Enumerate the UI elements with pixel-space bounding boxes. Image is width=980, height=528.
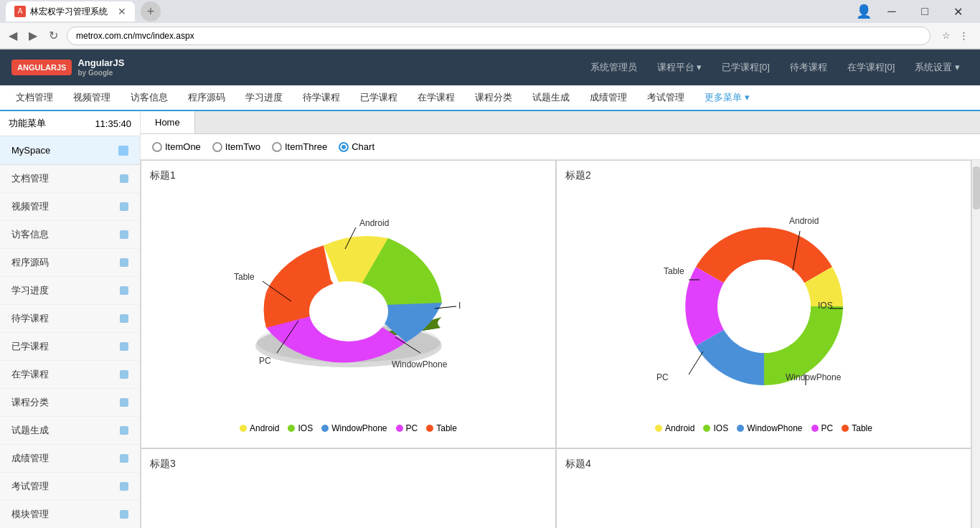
legend-label: PC [406, 423, 418, 433]
radio-item-three[interactable]: ItemThree [272, 141, 327, 152]
sidebar-item-exam-gen[interactable]: 试题生成 [0, 417, 140, 445]
nav-course-platform[interactable]: 课程平台 [649, 55, 711, 80]
close-btn[interactable]: ✕ [941, 0, 974, 23]
tab-close-btn[interactable]: ✕ [118, 6, 126, 17]
new-tab-btn[interactable]: + [141, 1, 161, 22]
address-bar[interactable] [67, 27, 930, 45]
sec-nav-more[interactable]: 更多菜单 ▾ [694, 85, 760, 110]
legend-label: Table [436, 423, 457, 433]
sidebar-item-visitor-info[interactable]: 访客信息 [0, 221, 140, 249]
menu-icon[interactable]: ⋮ [959, 30, 969, 41]
sidebar-item-indicator [120, 398, 128, 407]
sidebar-item-indicator [120, 202, 128, 211]
browser-tab[interactable]: A 林宏权学习管理系统 ✕ [6, 1, 135, 22]
sidebar-menu-label: 功能菜单 [9, 117, 46, 130]
nav-settings[interactable]: 系统设置 [906, 55, 969, 80]
legend-label: PC [821, 423, 834, 433]
nav-active-courses[interactable]: 在学课程[0] [839, 55, 903, 80]
sidebar-header: 功能菜单 11:35:40 [0, 111, 140, 136]
pc-label: PC [259, 356, 271, 366]
nav-system-admin[interactable]: 系统管理员 [582, 55, 646, 80]
radio-label-one: ItemOne [165, 141, 201, 152]
radio-item-one[interactable]: ItemOne [152, 141, 201, 152]
back-btn[interactable]: ◀ [6, 26, 20, 45]
radio-label-two: ItemTwo [225, 141, 260, 152]
sec-nav-source-code[interactable]: 程序源码 [178, 85, 235, 110]
sidebar-item-indicator [120, 510, 128, 519]
sidebar-menu: 文档管理 视频管理 访客信息 程序源码 学习进度 [0, 165, 140, 528]
chart-body-4 [565, 476, 962, 528]
reload-btn[interactable]: ↻ [46, 26, 61, 45]
sec-nav-studying[interactable]: 在学课程 [407, 85, 465, 110]
minimize-btn[interactable]: ─ [875, 0, 908, 23]
myspace-label: MySpace [11, 145, 50, 156]
legend-android-1: Android [240, 423, 279, 433]
android-label: Android [359, 218, 389, 228]
sec-nav-video-mgmt[interactable]: 视频管理 [63, 85, 121, 110]
radio-bar: ItemOne ItemTwo ItemThree Chart [141, 134, 980, 160]
scrollbar-thumb[interactable] [973, 166, 980, 209]
inner-hole [309, 281, 388, 341]
radio-item-chart[interactable]: Chart [339, 141, 374, 152]
home-tab[interactable]: Home [141, 111, 195, 133]
legend-dot [703, 425, 710, 432]
sidebar-item-course-category[interactable]: 课程分类 [0, 389, 140, 417]
sec-nav-pending-study[interactable]: 待学课程 [293, 85, 350, 110]
sec-nav-studied[interactable]: 已学课程 [350, 85, 407, 110]
sidebar-item-indicator [120, 370, 128, 379]
chart-legend-2: Android IOS WindowPhone [565, 418, 962, 439]
tab-title: 林宏权学习管理系统 [30, 6, 108, 18]
sidebar-item-indicator [120, 314, 128, 323]
sec-nav-visitor-info[interactable]: 访客信息 [121, 85, 178, 110]
legend-dot [737, 425, 744, 432]
sidebar-item-indicator [120, 426, 128, 435]
user-icon[interactable]: 👤 [852, 0, 875, 23]
vertical-scrollbar[interactable] [971, 160, 980, 528]
sidebar-item-doc-mgmt[interactable]: 文档管理 [0, 165, 140, 193]
wp-lbl2: WindowPhone [786, 372, 842, 382]
bookmark-icon[interactable]: ☆ [942, 30, 951, 41]
sidebar-item-exam-mgmt[interactable]: 考试管理 [0, 473, 140, 501]
top-nav-items: 系统管理员 课程平台 已学课程[0] 待考课程 在学课程[0] 系统设置 [153, 55, 969, 80]
maximize-btn[interactable]: □ [908, 0, 941, 23]
sidebar-item-studied[interactable]: 已学课程 [0, 333, 140, 361]
legend-label: Table [852, 423, 872, 433]
sec-nav-exam-mgmt[interactable]: 考试管理 [637, 85, 694, 110]
table-label: Table [234, 272, 255, 282]
nav-pending-courses[interactable]: 待考课程 [781, 55, 836, 80]
table-lbl2: Table [664, 266, 684, 276]
pc-lbl2: PC [656, 372, 669, 382]
logo-text: NGULARJS [23, 63, 67, 72]
sidebar-item-indicator [120, 230, 128, 239]
chart-title-3: 标题3 [150, 458, 547, 471]
sidebar-item-studying[interactable]: 在学课程 [0, 361, 140, 389]
app-logo: ANGULARJS AngularJS by Google [11, 57, 124, 77]
window-controls: 👤 ─ □ ✕ [852, 0, 974, 23]
radio-item-two[interactable]: ItemTwo [212, 141, 260, 152]
sidebar-item-module-mgmt[interactable]: 模块管理 [0, 501, 140, 528]
sec-navbar: 文档管理 视频管理 访客信息 程序源码 学习进度 待学课程 已学课程 在学课程 … [0, 85, 980, 111]
legend-dot [842, 425, 849, 432]
myspace-item[interactable]: MySpace [0, 136, 140, 165]
sec-nav-course-category[interactable]: 课程分类 [465, 85, 522, 110]
sidebar-item-learning-progress[interactable]: 学习进度 [0, 277, 140, 305]
sec-nav-score-mgmt[interactable]: 成绩管理 [580, 85, 637, 110]
legend-dot [321, 425, 329, 432]
legend-label: IOS [298, 423, 313, 433]
forward-btn[interactable]: ▶ [26, 26, 40, 45]
sec-nav-learning-progress[interactable]: 学习进度 [235, 85, 293, 110]
radio-circle-one [152, 142, 162, 152]
sidebar-item-pending-study[interactable]: 待学课程 [0, 305, 140, 333]
chart-body-1: Android I WindowPhone PC [150, 188, 547, 418]
wp-label: WindowPhone [392, 359, 448, 369]
sec-nav-doc-mgmt[interactable]: 文档管理 [6, 85, 63, 110]
nav-learned-courses[interactable]: 已学课程[0] [713, 55, 778, 80]
legend-label: WindowPhone [331, 423, 387, 433]
sidebar-item-video-mgmt[interactable]: 视频管理 [0, 193, 140, 221]
legend-label: Android [250, 423, 279, 433]
sidebar: 功能菜单 11:35:40 MySpace 文档管理 视频管理 访客信息 [0, 111, 141, 528]
sec-nav-exam-gen[interactable]: 试题生成 [522, 85, 580, 110]
sidebar-item-source-code[interactable]: 程序源码 [0, 249, 140, 277]
legend-dot [811, 425, 819, 432]
sidebar-item-score-mgmt[interactable]: 成绩管理 [0, 445, 140, 473]
